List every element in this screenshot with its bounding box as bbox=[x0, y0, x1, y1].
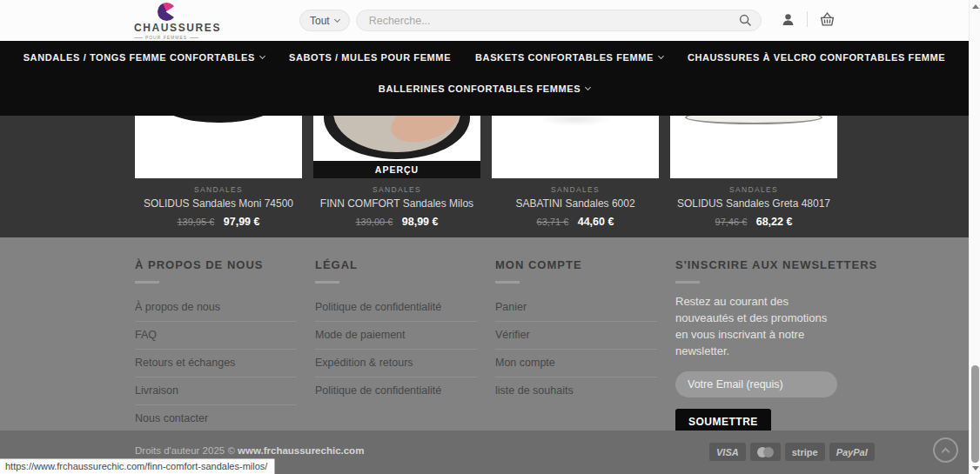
old-price: 139,00 € bbox=[356, 217, 393, 227]
back-to-top-button[interactable] bbox=[933, 437, 958, 463]
old-price: 63,71 € bbox=[537, 217, 569, 227]
nav-item-sandales-tongs[interactable]: Sandales / Tongs femme confortables bbox=[23, 52, 265, 63]
product-prices: 139,00 € 98,99 € bbox=[313, 213, 480, 229]
product-category: SANDALES bbox=[492, 185, 659, 194]
footer-link-souhaits[interactable]: liste de souhaits bbox=[495, 377, 657, 404]
chevron-down-icon bbox=[658, 53, 664, 59]
account-icon[interactable] bbox=[781, 12, 795, 27]
nav-item-sabots-mules[interactable]: Sabots / Mules pour femme bbox=[289, 52, 451, 63]
footer-link-a-propos[interactable]: À propos de nous bbox=[135, 294, 297, 322]
payment-methods: VISA stripe PayPal bbox=[709, 443, 875, 461]
search-category-select[interactable]: Tout bbox=[299, 10, 350, 31]
footer-link-expedition[interactable]: Expédition & retours bbox=[315, 350, 477, 377]
product-prices: 63,71 € 44,60 € bbox=[492, 213, 659, 229]
footer-link-paiement[interactable]: Mode de paiement bbox=[315, 322, 477, 350]
scrollbar-thumb[interactable] bbox=[971, 365, 979, 463]
footer-link-retours[interactable]: Retours et échanges bbox=[135, 350, 297, 377]
chevron-down-icon bbox=[334, 17, 340, 23]
nav-item-baskets[interactable]: Baskets confortables femme bbox=[475, 52, 663, 63]
visa-icon: VISA bbox=[709, 443, 746, 461]
mastercard-icon bbox=[750, 443, 781, 461]
product-card[interactable]: APERÇU SANDALES FINN COMFORT Sandales Mi… bbox=[313, 116, 480, 229]
main-nav: Sandales / Tongs femme confortables Sabo… bbox=[0, 41, 969, 116]
product-card[interactable]: SANDALES SOLIDUS Sandales Greta 48017 97… bbox=[670, 116, 837, 229]
product-grid: SANDALES SOLIDUS Sandales Moni 74500 139… bbox=[0, 116, 969, 237]
product-image[interactable] bbox=[670, 116, 837, 178]
footer-heading: À PROPOS DE NOUS bbox=[135, 258, 297, 271]
brand-mark-icon bbox=[158, 3, 176, 21]
product-card[interactable]: SANDALES SABATINI Sandales 6002 63,71 € … bbox=[492, 116, 659, 229]
chevron-up-icon bbox=[942, 448, 950, 457]
paypal-icon: PayPal bbox=[829, 443, 875, 461]
chevron-down-icon bbox=[585, 84, 591, 90]
product-name[interactable]: SABATINI Sandales 6002 bbox=[492, 197, 659, 210]
product-name[interactable]: SOLIDUS Sandales Moni 74500 bbox=[135, 197, 302, 210]
copyright-text: Droits d'auteur 2025 © bbox=[135, 445, 238, 456]
logo-title: CHAUSSURES bbox=[134, 22, 198, 34]
copyright-site: www.frchaussurechic.com bbox=[238, 445, 364, 456]
scroll-up-arrow-icon[interactable] bbox=[972, 4, 979, 9]
search-bar: Tout bbox=[299, 10, 762, 31]
product-name[interactable]: FINN COMFORT Sandales Milos bbox=[313, 197, 480, 210]
new-price: 98,99 € bbox=[402, 216, 439, 228]
footer-heading: LÉGAL bbox=[315, 258, 477, 271]
footer-link-faq[interactable]: FAQ bbox=[135, 322, 297, 350]
new-price: 68,22 € bbox=[756, 216, 793, 228]
footer-link-confidentialite[interactable]: Politique de confidentialité bbox=[315, 294, 477, 322]
chevron-down-icon bbox=[259, 53, 265, 59]
stripe-icon: stripe bbox=[785, 443, 825, 461]
heading-underline bbox=[495, 281, 520, 284]
site-footer: À PROPOS DE NOUS À propos de nous FAQ Re… bbox=[0, 237, 969, 431]
heading-underline bbox=[675, 281, 700, 284]
footer-heading: S'INSCRIRE AUX NEWSLETTERS bbox=[675, 258, 837, 271]
product-prices: 139,95 € 97,99 € bbox=[135, 213, 302, 229]
product-image[interactable]: APERÇU bbox=[313, 116, 480, 178]
footer-link-verifier[interactable]: Vérifier bbox=[495, 322, 657, 350]
footer-col-newsletter: S'INSCRIRE AUX NEWSLETTERS Restez au cou… bbox=[675, 258, 837, 431]
newsletter-email-input[interactable] bbox=[675, 371, 837, 397]
product-category: SANDALES bbox=[670, 185, 837, 194]
status-bar-link-preview: https://www.frchaussurechic.com/finn-com… bbox=[0, 458, 275, 474]
footer-heading: MON COMPTE bbox=[495, 258, 657, 271]
logo-subtitle-text: POUR FEMMES bbox=[145, 35, 187, 40]
logo-subtitle: POUR FEMMES bbox=[134, 35, 198, 40]
nav-row-1: Sandales / Tongs femme confortables Sabo… bbox=[0, 52, 969, 63]
product-prices: 97,46 € 68,22 € bbox=[670, 213, 837, 229]
product-category: SANDALES bbox=[135, 185, 302, 194]
site-logo[interactable]: CHAUSSURES POUR FEMMES bbox=[134, 2, 198, 40]
page: CHAUSSURES POUR FEMMES Tout bbox=[0, 0, 969, 474]
product-category: SANDALES bbox=[313, 185, 480, 194]
scroll-down-arrow-icon[interactable] bbox=[972, 466, 979, 471]
new-price: 97,99 € bbox=[224, 216, 260, 228]
search-input[interactable] bbox=[369, 15, 739, 27]
nav-item-velcro[interactable]: Chaussures à velcro confortables femme bbox=[688, 52, 945, 63]
footer-link-contact[interactable]: Nous contacter bbox=[135, 405, 297, 432]
old-price: 97,46 € bbox=[715, 217, 748, 227]
header-divider bbox=[807, 11, 808, 27]
footer-col-account: MON COMPTE Panier Vérifier Mon compte li… bbox=[495, 258, 657, 431]
vertical-scrollbar[interactable] bbox=[969, 0, 980, 474]
product-image[interactable] bbox=[492, 116, 659, 178]
nav-item-ballerines[interactable]: Ballerines confortables femmes bbox=[379, 83, 590, 94]
heading-underline bbox=[135, 281, 159, 284]
footer-link-confidentialite-2[interactable]: Politique de confidentialité bbox=[315, 377, 477, 404]
heading-underline bbox=[315, 281, 339, 284]
product-card[interactable]: SANDALES SOLIDUS Sandales Moni 74500 139… bbox=[135, 116, 302, 229]
new-price: 44,60 € bbox=[578, 216, 614, 228]
search-icon[interactable] bbox=[739, 14, 752, 27]
product-name[interactable]: SOLIDUS Sandales Greta 48017 bbox=[670, 197, 837, 210]
header-icons bbox=[781, 11, 836, 27]
site-header: CHAUSSURES POUR FEMMES Tout bbox=[0, 0, 969, 41]
footer-link-mon-compte[interactable]: Mon compte bbox=[495, 350, 657, 377]
footer-col-legal: LÉGAL Politique de confidentialité Mode … bbox=[315, 258, 477, 431]
nav-row-2: Ballerines confortables femmes bbox=[0, 83, 969, 94]
footer-link-livraison[interactable]: Livraison bbox=[135, 377, 297, 405]
footer-link-panier[interactable]: Panier bbox=[495, 294, 657, 322]
search-category-label: Tout bbox=[310, 15, 330, 27]
footer-col-about: À PROPOS DE NOUS À propos de nous FAQ Re… bbox=[135, 258, 297, 431]
product-image[interactable] bbox=[135, 116, 302, 178]
search-field-wrapper bbox=[356, 10, 762, 31]
basket-icon[interactable] bbox=[819, 11, 836, 27]
old-price: 139,95 € bbox=[178, 217, 215, 227]
quick-view-button[interactable]: APERÇU bbox=[313, 161, 480, 178]
